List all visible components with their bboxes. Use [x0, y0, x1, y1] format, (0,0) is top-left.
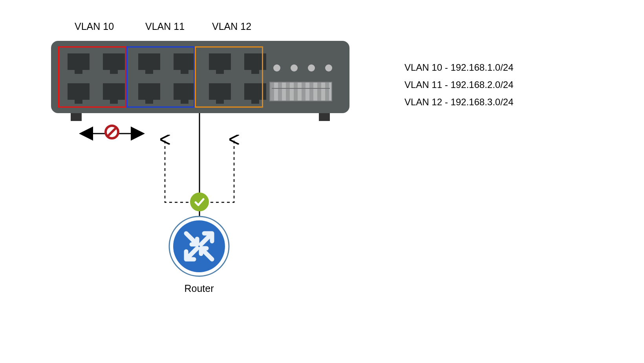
- no-entry-icon: [104, 124, 120, 140]
- sfp-module: [269, 82, 332, 101]
- vlan10-group-box: [58, 46, 126, 108]
- legend-line: VLAN 11 - 192.168.2.0/24: [404, 76, 514, 94]
- vlan11-label: VLAN 11: [145, 21, 185, 32]
- vlan12-label: VLAN 12: [212, 21, 251, 32]
- router-icon: [168, 215, 230, 279]
- legend-line: VLAN 12 - 192.168.3.0/24: [404, 94, 514, 111]
- svg-point-5: [173, 220, 225, 272]
- led-icon: [325, 64, 332, 72]
- led-icon: [273, 64, 280, 72]
- router-label: Router: [168, 283, 230, 294]
- check-icon: [190, 192, 209, 211]
- status-leds: [273, 64, 332, 72]
- switch-foot: [319, 113, 330, 121]
- led-icon: [291, 64, 298, 72]
- led-icon: [308, 64, 315, 72]
- vlan-subnet-legend: VLAN 10 - 192.168.1.0/24 VLAN 11 - 192.1…: [404, 59, 514, 111]
- vlan12-group-box: [195, 46, 263, 108]
- vlan11-group-box: [126, 46, 195, 108]
- diagram-stage: VLAN 10 VLAN 11 VLAN 12: [0, 0, 644, 363]
- switch-foot: [71, 113, 82, 121]
- vlan10-label: VLAN 10: [75, 21, 114, 32]
- legend-line: VLAN 10 - 192.168.1.0/24: [404, 59, 514, 76]
